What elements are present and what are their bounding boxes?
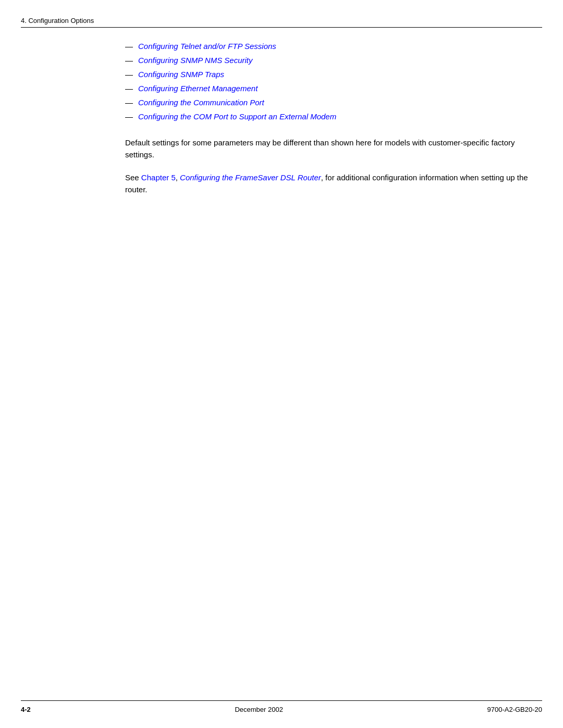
bullet-dash: — bbox=[125, 98, 133, 107]
list-item: — Configuring SNMP Traps bbox=[125, 70, 532, 79]
footer-date: December 2002 bbox=[235, 706, 283, 713]
bullet-dash: — bbox=[125, 112, 133, 121]
main-content: — Configuring Telnet and/or FTP Sessions… bbox=[125, 42, 532, 206]
footer-rule bbox=[21, 700, 542, 701]
bullet-list: — Configuring Telnet and/or FTP Sessions… bbox=[125, 42, 532, 121]
link-snmp-traps[interactable]: Configuring SNMP Traps bbox=[138, 70, 224, 79]
footer: 4-2 December 2002 9700-A2-GB20-20 bbox=[21, 706, 542, 713]
list-item: — Configuring Telnet and/or FTP Sessions bbox=[125, 42, 532, 51]
see-prefix: See bbox=[125, 173, 141, 182]
link-telnet-ftp[interactable]: Configuring Telnet and/or FTP Sessions bbox=[138, 42, 276, 51]
bullet-dash: — bbox=[125, 42, 133, 51]
footer-page-number: 4-2 bbox=[21, 706, 31, 713]
list-item: — Configuring the COM Port to Support an… bbox=[125, 112, 532, 121]
link-snmp-nms[interactable]: Configuring SNMP NMS Security bbox=[138, 56, 253, 65]
paragraph-default-text: Default settings for some parameters may… bbox=[125, 138, 515, 159]
bullet-dash: — bbox=[125, 56, 133, 65]
bullet-dash: — bbox=[125, 70, 133, 79]
comma-separator: , bbox=[176, 173, 180, 182]
header-rule bbox=[21, 27, 542, 28]
link-chapter5[interactable]: Chapter 5 bbox=[141, 173, 176, 182]
list-item: — Configuring Ethernet Management bbox=[125, 84, 532, 93]
list-item: — Configuring SNMP NMS Security bbox=[125, 56, 532, 65]
list-item: — Configuring the Communication Port bbox=[125, 98, 532, 107]
link-comm-port[interactable]: Configuring the Communication Port bbox=[138, 98, 264, 107]
header-text: 4. Configuration Options bbox=[21, 17, 94, 24]
link-ethernet-mgmt[interactable]: Configuring Ethernet Management bbox=[138, 84, 258, 93]
link-com-port-modem[interactable]: Configuring the COM Port to Support an E… bbox=[138, 112, 336, 121]
link-framesaver-title[interactable]: Configuring the FrameSaver DSL Router bbox=[180, 173, 321, 182]
bullet-dash: — bbox=[125, 84, 133, 93]
paragraph-default-settings: Default settings for some parameters may… bbox=[125, 137, 532, 161]
paragraph-see-chapter: See Chapter 5, Configuring the FrameSave… bbox=[125, 171, 532, 196]
footer-doc-number: 9700-A2-GB20-20 bbox=[487, 706, 542, 713]
